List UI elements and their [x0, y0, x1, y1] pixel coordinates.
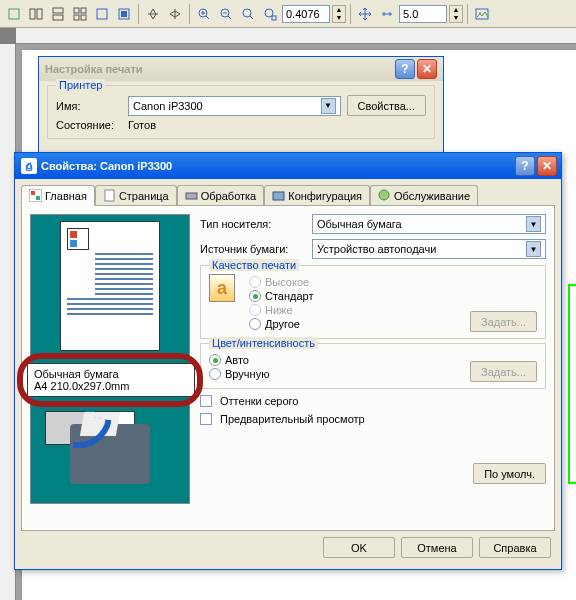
preview-column: Обычная бумага A4 210.0x297.0mm: [30, 214, 190, 522]
dialog-title-bar[interactable]: Настройка печати ? ✕: [39, 57, 443, 81]
zoom-in-icon[interactable]: [194, 4, 214, 24]
svg-rect-4: [53, 15, 63, 20]
help-icon[interactable]: ?: [515, 156, 535, 176]
tool-btn[interactable]: [92, 4, 112, 24]
tab-service[interactable]: Обслуживание: [370, 185, 478, 205]
print-preview: Обычная бумага A4 210.0x297.0mm: [30, 214, 190, 504]
color-radio-manual[interactable]: Вручную: [209, 368, 269, 380]
paper-info-label: Обычная бумага A4 210.0x297.0mm: [27, 363, 195, 397]
help-icon[interactable]: ?: [395, 59, 415, 79]
svg-point-25: [379, 190, 389, 200]
help-button[interactable]: Справка: [479, 537, 551, 558]
chevron-down-icon[interactable]: ▼: [526, 241, 541, 257]
tool-btn[interactable]: [165, 4, 185, 24]
properties-dialog: ⎙ Свойства: Canon iP3300 ? ✕ Главная Стр…: [14, 152, 562, 570]
tab-page[interactable]: Страница: [95, 185, 177, 205]
svg-rect-11: [121, 11, 127, 17]
size-input[interactable]: [399, 5, 447, 23]
media-type-label: Тип носителя:: [200, 218, 306, 230]
svg-rect-0: [9, 9, 19, 19]
printer-fieldset: Принтер Имя: Canon iP3300 ▼ Свойства... …: [47, 85, 435, 139]
zoom-sel-icon[interactable]: [260, 4, 280, 24]
quality-radio-low: Ниже: [249, 304, 314, 316]
sample-image-icon: [67, 228, 89, 250]
annotation-rect: [568, 284, 576, 484]
quality-radio-other[interactable]: Другое: [249, 318, 314, 330]
quality-set-button: Задать...: [470, 311, 537, 332]
quality-radio-standard[interactable]: Стандарт: [249, 290, 314, 302]
print-setup-dialog: Настройка печати ? ✕ Принтер Имя: Canon …: [38, 56, 444, 156]
printer-icon: ⎙: [21, 158, 37, 174]
svg-rect-3: [53, 8, 63, 13]
zoom-out-icon[interactable]: [216, 4, 236, 24]
svg-point-14: [243, 9, 251, 17]
chevron-down-icon[interactable]: ▼: [321, 98, 336, 114]
tool-btn[interactable]: [114, 4, 134, 24]
ok-button[interactable]: OK: [323, 537, 395, 558]
tool-btn[interactable]: [48, 4, 68, 24]
svg-rect-1: [30, 9, 35, 19]
cancel-button[interactable]: Отмена: [401, 537, 473, 558]
name-label: Имя:: [56, 100, 122, 112]
svg-rect-24: [273, 192, 284, 200]
dialog-title: Настройка печати: [45, 63, 143, 75]
quality-radio-high: Высокое: [249, 276, 314, 288]
source-label: Источник бумаги:: [200, 243, 306, 255]
close-icon[interactable]: ✕: [537, 156, 557, 176]
svg-rect-16: [272, 16, 276, 20]
main-toolbar: ▲▼ ▲▼: [0, 0, 576, 28]
chevron-down-icon[interactable]: ▼: [526, 216, 541, 232]
svg-rect-23: [186, 193, 197, 199]
properties-button[interactable]: Свойства...: [347, 95, 426, 116]
dialog-title-bar[interactable]: ⎙ Свойства: Canon iP3300 ? ✕: [15, 153, 561, 179]
svg-rect-21: [36, 196, 40, 200]
tool-btn[interactable]: [70, 4, 90, 24]
size-spinner[interactable]: ▲▼: [449, 5, 463, 23]
tool-btn[interactable]: [4, 4, 24, 24]
zoom-fit-icon[interactable]: [238, 4, 258, 24]
fieldset-legend: Цвет/интенсивность: [209, 337, 318, 349]
preview-checkbox[interactable]: Предварительный просмотр: [200, 413, 546, 425]
tab-config[interactable]: Конфигурация: [264, 185, 370, 205]
fieldset-legend: Качество печати: [209, 259, 299, 271]
color-radio-auto[interactable]: Авто: [209, 354, 269, 366]
fieldset-legend: Принтер: [56, 79, 105, 91]
media-type-select[interactable]: Обычная бумага ▼: [312, 214, 546, 234]
tabs: Главная Страница Обработка Конфигурация …: [15, 179, 561, 205]
ruler-horizontal: [16, 28, 576, 44]
tab-panel-main: Обычная бумага A4 210.0x297.0mm Тип носи…: [21, 205, 555, 531]
zoom-input[interactable]: [282, 5, 330, 23]
quality-icon: a: [209, 274, 235, 302]
dialog-footer: OK Отмена Справка: [15, 537, 561, 566]
tab-main[interactable]: Главная: [21, 185, 95, 206]
svg-rect-9: [97, 9, 107, 19]
zoom-spinner[interactable]: ▲▼: [332, 5, 346, 23]
image-icon[interactable]: [472, 4, 492, 24]
tool-btn[interactable]: [26, 4, 46, 24]
source-select[interactable]: Устройство автоподачи ▼: [312, 239, 546, 259]
preview-page: [60, 221, 160, 351]
svg-rect-22: [105, 190, 114, 201]
grayscale-checkbox[interactable]: Оттенки серого: [200, 395, 546, 407]
dialog-title: Свойства: Canon iP3300: [41, 160, 172, 172]
state-label: Состояние:: [56, 119, 122, 131]
defaults-button[interactable]: По умолч.: [473, 463, 546, 484]
svg-rect-7: [74, 15, 79, 20]
settings-column: Тип носителя: Обычная бумага ▼ Источник …: [200, 214, 546, 522]
svg-rect-5: [74, 8, 79, 13]
tool-btn[interactable]: [143, 4, 163, 24]
color-set-button: Задать...: [470, 361, 537, 382]
svg-rect-2: [37, 9, 42, 19]
svg-rect-19: [29, 189, 42, 202]
color-fieldset: Цвет/интенсивность Авто Вручную Задать..…: [200, 343, 546, 389]
close-icon[interactable]: ✕: [417, 59, 437, 79]
tab-processing[interactable]: Обработка: [177, 185, 264, 205]
printer-select[interactable]: Canon iP3300 ▼: [128, 96, 341, 116]
svg-rect-8: [81, 15, 86, 20]
svg-rect-20: [31, 191, 35, 195]
quality-fieldset: Качество печати a Высокое Стандарт Ниже …: [200, 265, 546, 339]
measure-icon[interactable]: [377, 4, 397, 24]
pan-icon[interactable]: [355, 4, 375, 24]
svg-rect-6: [81, 8, 86, 13]
state-value: Готов: [128, 119, 156, 131]
